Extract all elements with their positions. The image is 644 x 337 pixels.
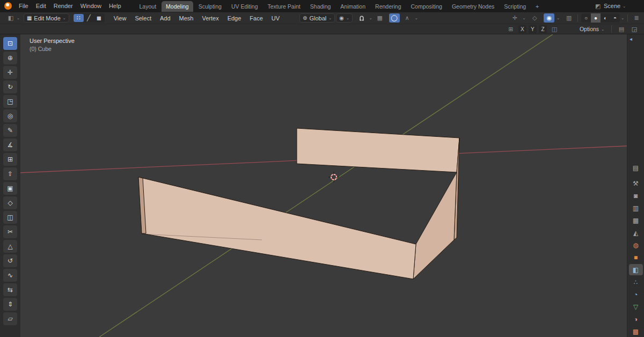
workspace-tab-geometry-nodes[interactable]: Geometry Nodes	[448, 1, 499, 12]
tool-edge-slide[interactable]: ⇆	[3, 283, 17, 296]
options-dropdown[interactable]: Options ⌄	[577, 25, 607, 34]
mirror-z-button[interactable]: Z	[539, 25, 547, 33]
workspace-tab-animation[interactable]: Animation	[336, 1, 370, 12]
panel-toggle-icon[interactable]: ◲	[629, 25, 640, 34]
pivot-point-icon: ◉	[339, 15, 344, 21]
tool-rotate[interactable]: ↻	[3, 80, 17, 93]
face-select-button[interactable]: ◼	[94, 14, 104, 22]
restore-panel-icon[interactable]: ◂	[630, 36, 632, 42]
header-menu-edge[interactable]: Edge	[224, 12, 245, 24]
tab-material[interactable]: ◑	[629, 313, 643, 325]
workspace-tab-compositing[interactable]: Compositing	[407, 1, 447, 12]
split-view-icon[interactable]: ◫	[549, 25, 560, 34]
workspace-tab-layout[interactable]: Layout	[135, 1, 161, 12]
header-menu-face[interactable]: Face	[246, 12, 266, 24]
tool-loop-cut[interactable]: ◫	[3, 211, 17, 224]
tool-scale[interactable]: ◳	[3, 95, 17, 108]
tab-texture[interactable]: ▩	[629, 326, 643, 337]
edge-select-button[interactable]: ╱	[84, 14, 94, 22]
tab-particles[interactable]: ∴	[629, 276, 643, 288]
header-menu-view[interactable]: View	[110, 12, 130, 24]
topbar-menu-edit[interactable]: Edit	[32, 0, 50, 12]
tab-object[interactable]: ■	[629, 252, 643, 263]
tool-select-box[interactable]: ⊡	[3, 37, 17, 50]
tool-annotate[interactable]: ✎	[3, 124, 17, 137]
tool-poly-build[interactable]: △	[3, 240, 17, 253]
topbar-menu-render[interactable]: Render	[50, 0, 77, 12]
edit-mode-icon: ▦	[27, 15, 32, 21]
cursor-3d	[328, 172, 339, 182]
workspace-tab-modeling[interactable]: Modeling	[162, 1, 193, 12]
tool-spin[interactable]: ↺	[3, 254, 17, 267]
add-workspace-button[interactable]: +	[531, 1, 543, 12]
xray-toggle-button[interactable]: ▥	[564, 13, 574, 23]
shading-wireframe-button[interactable]: ○	[581, 13, 591, 23]
header-menu-select[interactable]: Select	[131, 12, 155, 24]
workspace-tab-uv-editing[interactable]: UV Editing	[227, 1, 262, 12]
outliner-icon[interactable]: ≣	[631, 13, 642, 23]
topbar-menu-help[interactable]: Help	[105, 0, 125, 12]
header-menu-uv[interactable]: UV	[268, 12, 283, 24]
workspace-tab-texture-paint[interactable]: Texture Paint	[264, 1, 305, 12]
topbar-menu-window[interactable]: Window	[77, 0, 105, 12]
display-mode-icon[interactable]: ▤	[616, 25, 627, 34]
tool-add-cube[interactable]: ⊞	[3, 153, 17, 166]
properties-editor-icon[interactable]: ▤	[629, 162, 643, 173]
gizmo-extra-icon[interactable]: ◇	[529, 13, 540, 23]
tool-shrink-fatten[interactable]: ⇕	[3, 298, 17, 311]
chevron-down-icon: ⌄	[63, 16, 66, 20]
workspace-tab-scripting[interactable]: Scripting	[500, 1, 530, 12]
mesh-face-front-wall	[138, 177, 416, 279]
tab-scene[interactable]: ◭	[629, 227, 643, 238]
tool-extrude-region[interactable]: ⇧	[3, 167, 17, 180]
viewport-3d[interactable]: User Perspective (0) Cube ⊡ ⊕ ✛ ↻ ◳ ◎ ✎ …	[0, 34, 644, 337]
snap-grid-icon[interactable]: ⊞	[506, 25, 516, 34]
overlays-button[interactable]: ◉ ⌄	[541, 13, 562, 23]
tool-knife[interactable]: ✂	[3, 225, 17, 238]
shading-solid-button[interactable]: ●	[591, 13, 601, 23]
mirror-y-button[interactable]: Y	[529, 25, 537, 33]
tool-bevel[interactable]: ◇	[3, 196, 17, 209]
tab-world[interactable]: ◍	[629, 239, 643, 251]
tool-cursor[interactable]: ⊕	[3, 52, 17, 64]
header-menu-vertex[interactable]: Vertex	[198, 12, 222, 24]
scene-selector[interactable]: ◩ Scene ⌄	[594, 2, 626, 11]
orientation-label: Global	[309, 15, 326, 21]
editor-type-button[interactable]: ◧ ⌄	[4, 13, 23, 23]
tab-object-data[interactable]: ▽	[629, 301, 643, 312]
shading-rendered-button[interactable]: ◓	[610, 13, 620, 23]
show-gizmos-button[interactable]: ✛ ⌄	[507, 13, 528, 23]
falloff-dropdown[interactable]: ∧ ⌄	[401, 13, 419, 23]
tab-render[interactable]: ◙	[629, 190, 643, 201]
viewport-canvas[interactable]	[0, 34, 644, 337]
tab-tool[interactable]: ⚒	[629, 178, 643, 189]
workspace-tab-shading[interactable]: Shading	[306, 1, 335, 12]
tab-physics[interactable]: ◔	[629, 289, 643, 300]
tool-move[interactable]: ✛	[3, 66, 17, 79]
header-menu-add[interactable]: Add	[156, 12, 174, 24]
shading-material-button[interactable]: ◐	[601, 13, 610, 23]
workspace-tab-sculpting[interactable]: Sculpting	[194, 1, 226, 12]
proportional-editing-toggle[interactable]: ◯	[389, 13, 400, 23]
blender-logo-icon[interactable]	[4, 2, 12, 10]
mirror-x-button[interactable]: X	[518, 25, 526, 33]
tool-shear[interactable]: ▱	[3, 312, 17, 325]
mode-dropdown[interactable]: ▦ Edit Mode ⌄	[24, 13, 69, 23]
vertex-select-button[interactable]: ∷	[74, 14, 84, 22]
tab-view-layer[interactable]: ▦	[629, 215, 643, 226]
snap-with-icon[interactable]: ▦	[375, 13, 385, 23]
orientation-dropdown[interactable]: ⊕ Global ⌄	[299, 13, 335, 23]
tab-modifiers[interactable]: ◧	[629, 264, 643, 275]
chevron-down-icon: ⌄	[623, 4, 626, 8]
tab-output[interactable]: ▥	[629, 202, 643, 214]
scene-name: Scene	[604, 3, 620, 9]
tool-inset-faces[interactable]: ▣	[3, 182, 17, 195]
tool-measure[interactable]: ∡	[3, 138, 17, 151]
header-menu-mesh[interactable]: Mesh	[175, 12, 197, 24]
workspace-tab-rendering[interactable]: Rendering	[371, 1, 405, 12]
magnet-icon[interactable]	[356, 13, 367, 23]
tool-smooth[interactable]: ∿	[3, 269, 17, 282]
tool-transform[interactable]: ◎	[3, 109, 17, 122]
pivot-dropdown[interactable]: ◉ ⌄	[336, 13, 353, 23]
topbar-menu-file[interactable]: File	[15, 0, 32, 12]
